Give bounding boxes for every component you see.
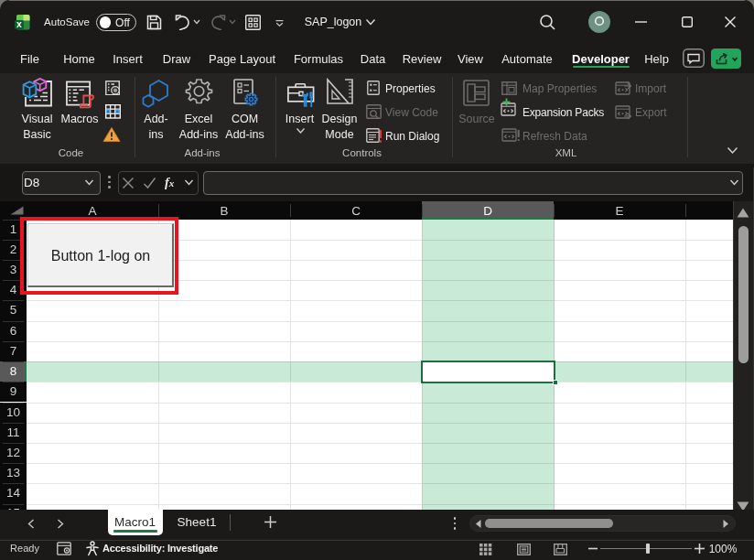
svg-text:x: x — [16, 18, 22, 29]
